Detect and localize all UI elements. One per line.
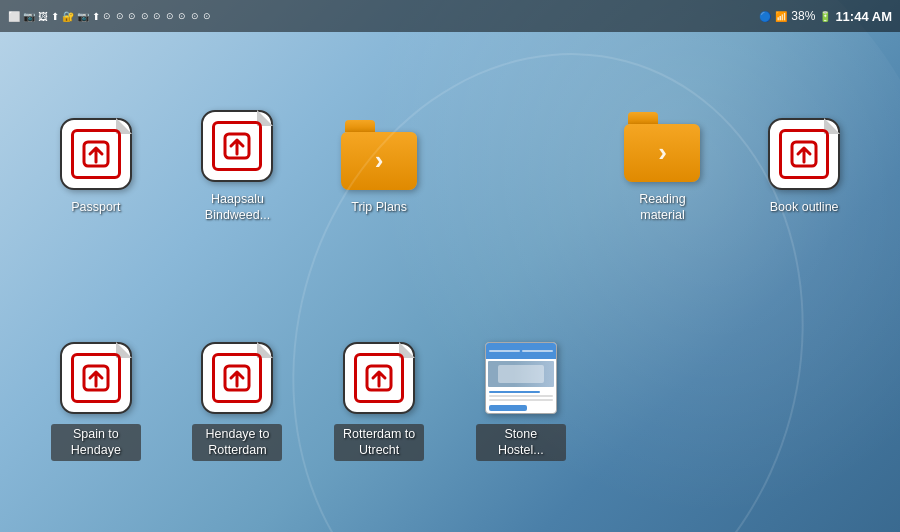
pdf-inner-book-outline [779, 129, 829, 179]
pdf-inner-rotterdam-utrecht [354, 353, 404, 403]
pdf-inner-passport [71, 129, 121, 179]
pdf-inner-spain-hendaye [71, 353, 121, 403]
status-icon-6: 📷 [77, 11, 89, 22]
app-label-book-outline: Book outline [770, 200, 839, 216]
wifi-icon: 📶 [775, 11, 787, 22]
status-icon-3: 🖼 [38, 11, 48, 22]
status-icon-4: ⬆ [51, 11, 59, 22]
pdf-icon-passport [60, 118, 132, 190]
folder-tab-trip-plans [345, 120, 375, 132]
status-icon-7: ⬆ [92, 11, 100, 22]
pdf-inner-haapsalu [212, 121, 262, 171]
status-icons-left: ⬜ 📷 🖼 ⬆ 🔐 📷 ⬆ ⊙ ⊙ ⊙ ⊙ ⊙ ⊙ ⊙ ⊙ ⊙ [8, 11, 212, 22]
app-label-spain-hendaye: Spain to Hendaye [51, 424, 141, 461]
app-icon-wrapper-spain-hendaye [56, 338, 136, 418]
app-grid: Passport Haapsalu Bindweed... › Trip Pla… [0, 32, 900, 532]
battery-percentage: 38% [791, 9, 815, 23]
app-icon-wrapper-hendaye-rotterdam [197, 338, 277, 418]
folder-tab-reading-material [628, 112, 658, 124]
app-item-rotterdam-utrecht[interactable]: Rotterdam to Utrecht [313, 338, 445, 461]
pdf-inner-hendaye-rotterdam [212, 353, 262, 403]
preview-line-btn [489, 405, 527, 411]
app-label-stone-hostel: Stone Hostel... [476, 424, 566, 461]
preview-content [486, 389, 556, 413]
pdf-icon-haapsalu [201, 110, 273, 182]
preview-img-area [488, 361, 554, 387]
folder-icon-reading-material: › [624, 110, 700, 182]
app-icon-wrapper-trip-plans: › [339, 114, 419, 194]
status-bar: ⬜ 📷 🖼 ⬆ 🔐 📷 ⬆ ⊙ ⊙ ⊙ ⊙ ⊙ ⊙ ⊙ ⊙ ⊙ 🔵 📶 38% … [0, 0, 900, 32]
preview-line-1 [489, 395, 553, 397]
app-label-reading-material: Reading material [617, 192, 707, 223]
app-icon-wrapper-haapsalu [197, 106, 277, 186]
app-item-passport[interactable]: Passport [30, 114, 162, 216]
folder-icon-trip-plans: › [341, 118, 417, 190]
preview-header-stone-hostel [486, 343, 556, 359]
app-label-hendaye-rotterdam: Hendaye to Rotterdam [192, 424, 282, 461]
folder-body-reading-material: › [624, 124, 700, 182]
app-item-stone-hostel[interactable]: Stone Hostel... [455, 338, 587, 461]
status-icons-row: ⊙ ⊙ ⊙ ⊙ ⊙ ⊙ ⊙ ⊙ ⊙ [103, 11, 212, 21]
app-icon-wrapper-book-outline [764, 114, 844, 194]
battery-icon: 🔋 [819, 11, 831, 22]
preview-line-2 [489, 399, 553, 401]
app-label-trip-plans: Trip Plans [351, 200, 407, 216]
app-label-haapsalu: Haapsalu Bindweed... [192, 192, 282, 223]
preview-line-blue [489, 391, 540, 393]
folder-arrow-trip-plans: › [375, 145, 384, 176]
status-icon-1: ⬜ [8, 11, 20, 22]
app-item-book-outline[interactable]: Book outline [738, 114, 870, 216]
pdf-icon-book-outline [768, 118, 840, 190]
status-icon-5: 🔐 [62, 11, 74, 22]
app-icon-wrapper-rotterdam-utrecht [339, 338, 419, 418]
app-label-rotterdam-utrecht: Rotterdam to Utrecht [334, 424, 424, 461]
status-icons-right: 🔵 📶 38% 🔋 11:44 AM [759, 9, 892, 24]
pdf-icon-hendaye-rotterdam [201, 342, 273, 414]
app-item-spain-hendaye[interactable]: Spain to Hendaye [30, 338, 162, 461]
app-item-trip-plans[interactable]: › Trip Plans [313, 114, 445, 216]
preview-header-line-1 [489, 350, 520, 352]
bluetooth-icon: 🔵 [759, 11, 771, 22]
pdf-icon-rotterdam-utrecht [343, 342, 415, 414]
preview-header-line-2 [522, 350, 553, 352]
app-icon-wrapper-stone-hostel [481, 338, 561, 418]
folder-arrow-reading-material: › [658, 137, 667, 168]
app-icon-wrapper-passport [56, 114, 136, 194]
app-item-reading-material[interactable]: › Reading material [597, 106, 729, 223]
folder-body-trip-plans: › [341, 132, 417, 190]
app-icon-wrapper-reading-material: › [622, 106, 702, 186]
preview-icon-stone-hostel [485, 342, 557, 414]
pdf-icon-spain-hendaye [60, 342, 132, 414]
time-display: 11:44 AM [835, 9, 892, 24]
app-item-haapsalu[interactable]: Haapsalu Bindweed... [172, 106, 304, 223]
app-item-hendaye-rotterdam[interactable]: Hendaye to Rotterdam [172, 338, 304, 461]
status-icon-2: 📷 [23, 11, 35, 22]
app-label-passport: Passport [71, 200, 120, 216]
